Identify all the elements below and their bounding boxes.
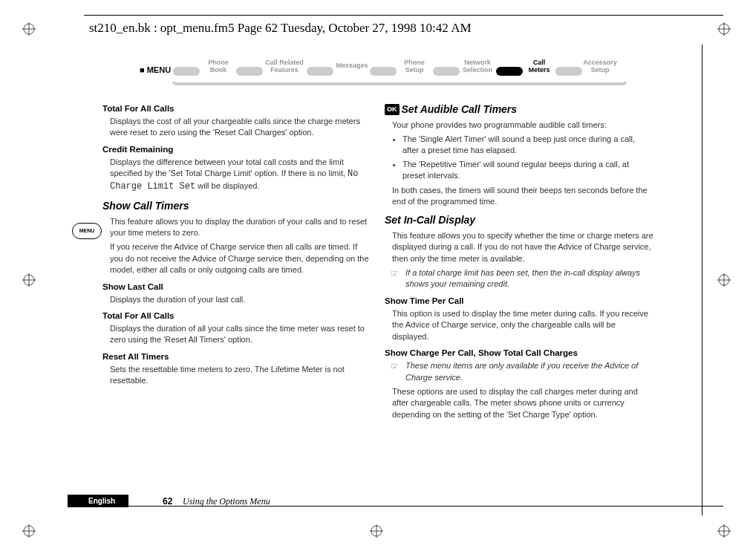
crop-mark-icon: [717, 524, 731, 538]
note-text: ☞If a total charge limit has been set, t…: [405, 267, 653, 290]
heading-total-all-calls: Total For All Calls: [102, 102, 371, 114]
body-text: Displays the duration of all your calls …: [110, 323, 371, 346]
page-number: 62: [163, 496, 172, 507]
body-text: Sets the resettable time meters to zero.…: [110, 364, 371, 387]
heading-set-audible-timers: OKSet Audible Call Timers: [385, 102, 653, 117]
body-text: These options are used to display the ca…: [392, 386, 653, 420]
crop-line: [702, 45, 703, 515]
crop-mark-icon: [22, 524, 36, 538]
bullet-list: The 'Single Alert Timer' will sound a be…: [392, 134, 653, 182]
body-text: This option is used to display the time …: [392, 308, 653, 342]
heading-show-charge-per-call: Show Charge Per Call, Show Total Call Ch…: [385, 347, 653, 359]
note-icon: ☞: [391, 360, 399, 373]
list-item: The 'Repetitive Timer' will sound regula…: [402, 159, 653, 182]
heading-credit-remaining: Credit Remaining: [102, 143, 371, 155]
crop-mark-icon: [370, 524, 383, 538]
body-text: This feature allows you to display the d…: [110, 216, 371, 239]
header-rule: [84, 15, 723, 16]
body-text: Displays the cost of all your chargeable…: [110, 116, 371, 139]
heading-show-time-per-call: Show Time Per Call: [385, 295, 653, 307]
list-item: The 'Single Alert Timer' will sound a be…: [402, 134, 653, 157]
body-text: Displays the duration of your last call.: [110, 294, 371, 305]
menu-breadcrumb: ■ MENU PhoneBook Call RelatedFeatures Me…: [140, 61, 630, 94]
language-badge: English: [68, 495, 128, 507]
body-text: Your phone provides two programmable aud…: [392, 120, 653, 131]
crop-mark-icon: [717, 273, 731, 287]
note-text: ☞These menu items are only available if …: [405, 360, 653, 383]
section-title: Using the Options Menu: [183, 496, 270, 507]
heading-show-last-call: Show Last Call: [102, 281, 371, 293]
ok-icon: OK: [385, 104, 400, 115]
menu-start-label: ■ MENU: [140, 65, 171, 74]
body-text: If you receive the Advice of Charge serv…: [110, 241, 371, 276]
note-icon: ☞: [391, 267, 399, 280]
menu-button-icon: MENU: [72, 223, 102, 239]
page-footer: English 62 Using the Options Menu: [68, 506, 723, 508]
heading-total-all-calls-2: Total For All Calls: [102, 310, 371, 322]
heading-show-call-timers: Show Call Timers: [102, 199, 371, 214]
document-header: st210_en.bk : opt_menu.fm5 Page 62 Tuesd…: [89, 21, 472, 36]
crop-mark-icon: [22, 22, 36, 36]
heading-set-incall-display: Set In-Call Display: [385, 213, 653, 228]
heading-reset-all-timers: Reset All Timers: [102, 351, 371, 362]
right-column: OKSet Audible Call Timers Your phone pro…: [385, 102, 653, 423]
body-text: This feature allows you to specify wheth…: [392, 230, 653, 264]
body-text: In both cases, the timers will sound the…: [392, 185, 653, 208]
left-column: Total For All Calls Displays the cost of…: [102, 102, 371, 423]
crop-mark-icon: [717, 22, 731, 36]
crop-mark-icon: [22, 273, 36, 287]
body-text: Displays the difference between your tot…: [110, 157, 371, 193]
